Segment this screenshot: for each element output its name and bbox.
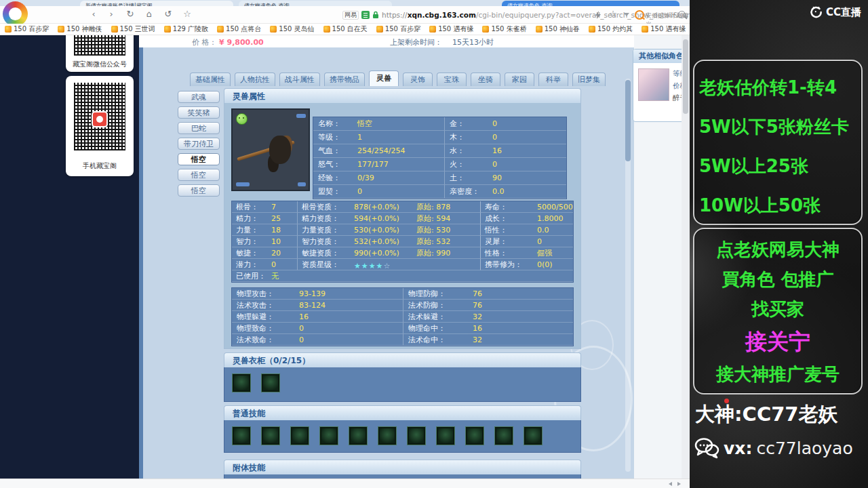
skill-slot — [378, 427, 396, 445]
portrait-badge — [296, 114, 306, 118]
browser-scrollbar-thumb[interactable] — [683, 39, 688, 114]
combat-value: 0 — [294, 334, 403, 346]
home-icon[interactable]: ⌂ — [142, 9, 156, 20]
stat-label: 根骨资质： — [297, 201, 350, 213]
bookmark-item[interactable]: 150 遇有缘 — [429, 24, 473, 34]
info-label: 亲密度： — [444, 185, 488, 199]
stat-value: 10 — [267, 236, 297, 247]
pet-list-item[interactable]: 带刀侍卫 — [178, 138, 220, 150]
promo-board-line: 接大神推广麦号 — [716, 359, 840, 389]
combat-value: 83-124 — [294, 300, 403, 311]
detail-tab[interactable]: 灵饰 — [403, 73, 433, 86]
similar-role-avatar[interactable] — [638, 68, 669, 101]
browser-scrollbar[interactable] — [682, 35, 690, 479]
detail-tab[interactable]: 灵兽 — [369, 70, 399, 86]
search-engine-icon[interactable] — [635, 10, 644, 20]
detail-tab[interactable]: 人物抗性 — [235, 73, 275, 86]
content-scrollbar[interactable] — [625, 79, 631, 472]
history-icon[interactable]: ↺ — [161, 9, 175, 20]
search-icon[interactable] — [678, 11, 686, 18]
detail-tabs: 基础属性人物抗性战斗属性携带物品灵兽灵饰宝珠坐骑家园科举旧梦集 — [190, 70, 606, 86]
pet-list-item[interactable]: 悟空 — [178, 169, 220, 181]
pet-list-item[interactable]: 巴蛇 — [178, 122, 220, 134]
bookmark-item[interactable]: 150 百步穿 — [376, 24, 420, 34]
reader-extension-icon[interactable] — [361, 11, 370, 19]
bookmark-label: 150 百步穿 — [14, 24, 49, 34]
bookmark-favicon — [5, 26, 12, 33]
stat-label: 力量： — [232, 224, 267, 236]
stat-original-value: 原始: 878 — [412, 201, 480, 213]
info-value: 254/254/254 — [353, 144, 444, 158]
attach-skills-section: 附体技能 — [224, 460, 581, 479]
send-to-phone-icon[interactable] — [595, 11, 601, 19]
bookmark-item[interactable]: 150 朱雀桥 — [482, 24, 526, 34]
bookmark-favicon — [536, 26, 542, 33]
forward-icon[interactable]: › — [104, 9, 118, 20]
content-scrollbar-thumb[interactable] — [625, 80, 631, 161]
browser-tab[interactable]: 倩女幽魂角色 查询 — [239, 1, 392, 6]
bookmark-star-icon[interactable]: ☆ — [180, 9, 194, 20]
bookmark-item[interactable]: 150 遇有缘 — [642, 24, 686, 34]
bottom-bar — [0, 479, 690, 488]
detail-tab[interactable]: 旧梦集 — [572, 73, 606, 86]
chat-bubbles-icon — [694, 436, 719, 460]
browser-tab[interactable]: 新倩女幽魂账号详情|藏宝阁 — [80, 1, 233, 6]
favorite-star-icon[interactable]: ☆ — [606, 9, 620, 20]
lock-icon — [372, 11, 379, 19]
stat-label: 根骨： — [232, 201, 267, 213]
bookmark-item[interactable]: 150 百步穿 — [5, 24, 49, 34]
bookmark-item[interactable]: 150 灵岛仙 — [270, 24, 314, 34]
reload-icon[interactable]: ↻ — [123, 9, 137, 20]
url-scheme: https:// — [382, 11, 408, 19]
pet-list-item[interactable]: 悟空 — [178, 153, 220, 165]
cc-live-logo: CC直播 — [810, 5, 861, 19]
wardrobe-slot — [262, 374, 279, 392]
back-icon[interactable]: ‹ — [87, 9, 100, 20]
prev-icon[interactable] — [669, 482, 672, 486]
next-icon[interactable] — [677, 482, 681, 486]
detail-tab[interactable]: 家园 — [505, 73, 534, 86]
bookmark-item[interactable]: 150 三世词 — [111, 24, 155, 34]
portrait-badge — [298, 182, 306, 186]
bookmark-favicon — [376, 26, 383, 33]
wechat-id: cc77laoyao — [756, 439, 852, 458]
info-label: 等级： — [313, 131, 353, 144]
bookmark-favicon — [111, 26, 118, 33]
normal-skills-section: 普通技能 — [224, 405, 581, 453]
pet-list-item[interactable]: 笑笑猪 — [178, 106, 220, 119]
stat-value: 1.8000 — [533, 213, 573, 224]
bookmark-item[interactable]: 129 广陵散 — [164, 24, 208, 34]
wechat-contact: vx: cc77laoyao — [694, 436, 853, 460]
detail-tab[interactable]: 基础属性 — [190, 73, 231, 86]
skill-slot — [291, 427, 309, 445]
bookmark-item[interactable]: 150 自在天 — [323, 24, 368, 34]
skill-slot — [233, 427, 250, 445]
stat-value: 5000/5000 — [533, 201, 573, 213]
pet-list-item[interactable]: 武魂 — [178, 91, 220, 103]
browser-tab[interactable]: 倩女幽魂角色 查询 — [502, 1, 679, 6]
bookmark-item[interactable]: 150 点将台 — [217, 24, 261, 34]
detail-tab[interactable]: 战斗属性 — [279, 73, 320, 86]
promo-board-line: 接关宁 — [745, 324, 810, 359]
combat-label: 法术攻击： — [232, 300, 294, 311]
dropdown-caret-icon[interactable] — [624, 13, 629, 16]
bookmark-item[interactable]: 150 神雕侠 — [58, 24, 102, 34]
bookmark-item[interactable]: 150 灼灼其 — [589, 24, 633, 34]
stat-label: 资质星级： — [297, 259, 350, 270]
browser-logo-icon[interactable] — [3, 1, 28, 26]
pet-list-item[interactable]: 悟空 — [178, 184, 220, 197]
info-label: 水： — [444, 144, 488, 158]
mobile-app-qr-card: 手机藏宝阁 — [66, 76, 134, 176]
info-label: 名称： — [313, 117, 353, 131]
detail-tab[interactable]: 坐骑 — [471, 73, 500, 86]
combat-label: 法术躲避： — [403, 311, 468, 323]
bookmark-favicon — [482, 26, 489, 33]
bookmark-item[interactable]: 150 神仙眷 — [536, 24, 580, 34]
detail-tab[interactable]: 携带物品 — [324, 73, 365, 86]
netease-extension-icon[interactable]: 网易 — [342, 11, 359, 20]
combat-value: 76 — [468, 300, 573, 311]
detail-tab[interactable]: 宝珠 — [437, 73, 467, 86]
detail-tab[interactable]: 科举 — [538, 73, 568, 86]
wardrobe-slot — [233, 374, 250, 392]
stat-label: 潜力： — [232, 259, 267, 270]
